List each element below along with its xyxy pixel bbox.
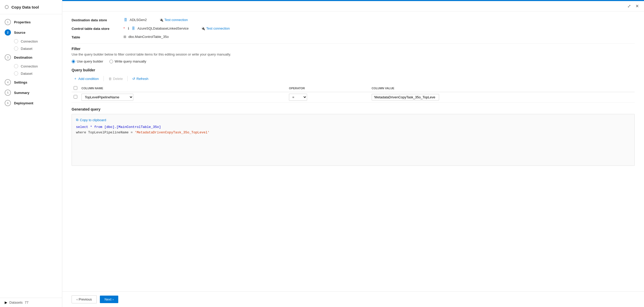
- step-circle-5: 5: [5, 90, 11, 96]
- filter-title: Filter: [72, 47, 635, 51]
- sidebar-item-source[interactable]: 2 Source: [0, 27, 62, 38]
- sidebar-header: ⬡ Copy Data tool: [0, 0, 62, 14]
- query-where-prefix: where TopLevelPipelineName =: [76, 131, 135, 134]
- sidebar-sub-source-connection[interactable]: Connection: [0, 38, 62, 45]
- sidebar-label-destination: Destination: [14, 56, 32, 59]
- sidebar-sub-dest-dataset[interactable]: Dataset: [0, 70, 62, 77]
- sidebar-item-destination[interactable]: 3 Destination: [0, 52, 62, 63]
- sub-circle-connection: [14, 39, 18, 43]
- table-value: dbo.MainControlTable_35o: [128, 35, 169, 39]
- radio-query-builder-input[interactable]: [72, 60, 75, 63]
- operator-select[interactable]: =: [289, 94, 307, 101]
- sql-icon: 🗄: [131, 26, 135, 30]
- query-where-value: 'MetadataDrivenCopyTask_35o_TopLevel': [135, 131, 210, 134]
- refresh-icon: ↺: [132, 77, 135, 81]
- next-button[interactable]: Next ›: [100, 296, 118, 303]
- step-circle-4: 4: [5, 79, 11, 85]
- adls-icon: 🗄: [123, 18, 128, 22]
- required-star: *: [123, 26, 125, 30]
- row-checkbox-cell: [72, 92, 79, 103]
- sidebar-label-settings: Settings: [14, 80, 27, 84]
- info-icon: ℹ: [128, 26, 129, 30]
- delete-button[interactable]: 🗑 Delete: [106, 76, 125, 82]
- destination-store-row: Destination data store 🗄 ADLSGen2 🔌 Test…: [72, 18, 635, 22]
- control-table-value: AzureSQLDatabaseLinkedService: [137, 26, 189, 30]
- step-circle-6: 6: [5, 100, 11, 106]
- query-builder-toolbar: ＋ Add condition 🗑 Delete ↺ Refresh: [72, 75, 635, 82]
- sidebar-item-summary[interactable]: 5 Summary: [0, 87, 62, 98]
- previous-button[interactable]: ‹ Previous: [72, 295, 97, 303]
- radio-query-builder[interactable]: Use query builder: [72, 59, 103, 63]
- sidebar-label-deployment: Deployment: [14, 101, 33, 105]
- column-name-select[interactable]: TopLevelPipelineName: [81, 94, 133, 101]
- sidebar-item-settings[interactable]: 4 Settings: [0, 77, 62, 87]
- copy-icon: ⧉: [76, 118, 78, 122]
- step-circle-1: 1: [5, 19, 11, 25]
- control-table-row: Control table data store * ℹ 🗄 AzureSQLD…: [72, 26, 635, 31]
- control-table-label: Control table data store: [72, 26, 123, 31]
- radio-write-manually[interactable]: Write query manually: [109, 59, 146, 63]
- generated-query-label: Generated query: [72, 107, 635, 111]
- sidebar-sublabel-dest-conn: Connection: [21, 64, 38, 68]
- radio-query-builder-label: Use query builder: [77, 59, 103, 63]
- toolbar-separator-1: [103, 76, 104, 81]
- sidebar-sublabel-connection: Connection: [21, 39, 38, 43]
- col-column-value: COLUMN VALUE: [370, 85, 635, 92]
- test-connection-dest-link[interactable]: 🔌 Test connection: [159, 18, 188, 22]
- sidebar: ⬡ Copy Data tool 1 Properties 2 Source C…: [0, 0, 62, 307]
- table-row: Table ⊞ dbo.MainControlTable_35o: [72, 35, 635, 39]
- table-row: TopLevelPipelineName =: [72, 92, 635, 103]
- chevron-left-icon: ‹: [77, 297, 78, 301]
- sidebar-sublabel-dataset: Dataset: [21, 47, 32, 51]
- step-circle-2: 2: [5, 29, 11, 36]
- table-grid-icon: ⊞: [123, 35, 126, 39]
- row-checkbox[interactable]: [74, 95, 77, 99]
- query-line-2: where TopLevelPipelineName = 'MetadataDr…: [76, 130, 630, 135]
- sidebar-item-properties[interactable]: 1 Properties: [0, 17, 62, 27]
- radio-write-manually-input[interactable]: [109, 60, 113, 63]
- chevron-right-icon: ›: [113, 297, 114, 301]
- sidebar-label-source: Source: [14, 31, 25, 35]
- toolbar-separator-2: [127, 76, 128, 81]
- radio-write-manually-label: Write query manually: [115, 59, 146, 63]
- expand-icon[interactable]: ⤢: [626, 3, 632, 9]
- nav-items: 1 Properties 2 Source Connection Dataset…: [0, 14, 62, 298]
- table-value-group: ⊞ dbo.MainControlTable_35o: [123, 35, 169, 39]
- sidebar-bottom-label: Datasets: [9, 301, 23, 304]
- filter-section: Filter Use the query builder below to fi…: [72, 47, 635, 63]
- control-table-value-group: * ℹ 🗄 AzureSQLDatabaseLinkedService 🔌 Te…: [123, 26, 230, 30]
- window-actions: ⤢ ✕: [62, 1, 644, 11]
- table-label: Table: [72, 35, 123, 39]
- close-icon[interactable]: ✕: [634, 3, 640, 9]
- row-column-value-cell: [370, 92, 635, 103]
- column-value-input[interactable]: [372, 94, 439, 100]
- test-connection-ctrl-link[interactable]: 🔌 Test connection: [201, 26, 230, 30]
- destination-store-label: Destination data store: [72, 18, 123, 22]
- trash-icon: 🗑: [108, 77, 112, 81]
- add-condition-button[interactable]: ＋ Add condition: [72, 75, 101, 82]
- sidebar-label-properties: Properties: [14, 20, 31, 24]
- chevron-right-icon: ▶: [5, 301, 7, 304]
- sidebar-sub-dest-connection[interactable]: Connection: [0, 63, 62, 70]
- sub-circle-dest-conn: [14, 64, 18, 68]
- filter-desc: Use the query builder below to filter co…: [72, 52, 635, 56]
- refresh-button[interactable]: ↺ Refresh: [130, 76, 150, 82]
- destination-store-value-group: 🗄 ADLSGen2 🔌 Test connection: [123, 18, 188, 22]
- copy-clipboard-button[interactable]: ⧉ Copy to clipboard: [76, 118, 106, 125]
- copy-data-icon: ⬡: [5, 4, 9, 10]
- sidebar-bottom-count: 77: [25, 301, 28, 304]
- sidebar-sublabel-dest-ds: Dataset: [21, 72, 32, 76]
- col-column-name: COLUMN NAME: [79, 85, 287, 92]
- sidebar-datasets-footer[interactable]: ▶ Datasets 77: [0, 298, 62, 307]
- sidebar-item-deployment[interactable]: 6 Deployment: [0, 98, 62, 108]
- sidebar-title: Copy Data tool: [11, 5, 39, 9]
- sidebar-label-summary: Summary: [14, 91, 29, 95]
- query-builder-table: COLUMN NAME OPERATOR COLUMN VALUE: [72, 85, 635, 103]
- query-line-1: select * from [dbo].[MainControlTable_35…: [76, 125, 630, 130]
- plug-icon-2: 🔌: [201, 26, 205, 30]
- row-column-name-cell: TopLevelPipelineName: [79, 92, 287, 103]
- select-all-checkbox[interactable]: [74, 86, 77, 90]
- step-circle-3: 3: [5, 54, 11, 60]
- col-operator: OPERATOR: [287, 85, 370, 92]
- sidebar-sub-source-dataset[interactable]: Dataset: [0, 45, 62, 52]
